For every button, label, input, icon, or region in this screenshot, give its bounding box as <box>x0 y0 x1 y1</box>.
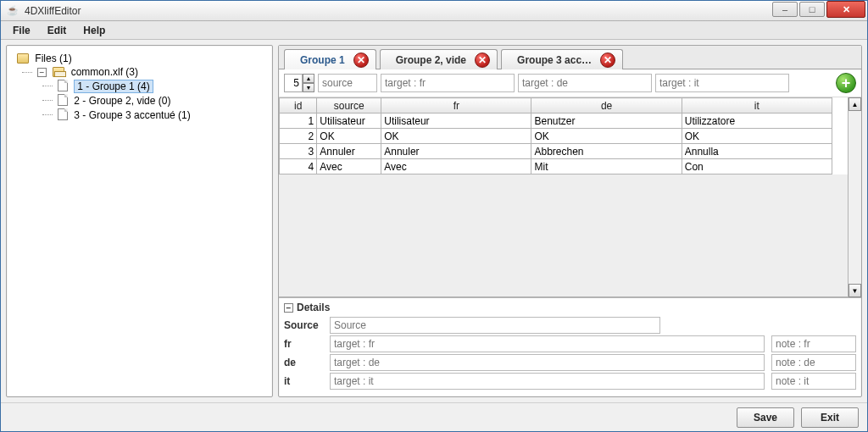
details-target-de-input[interactable] <box>330 354 765 371</box>
cell-id[interactable]: 2 <box>280 129 317 144</box>
exit-button[interactable]: Exit <box>801 407 859 428</box>
file-icon <box>58 80 68 91</box>
tree-panel: Files (1) − common.xlf (3) 1 - Groupe 1 … <box>6 45 273 397</box>
translation-table[interactable]: id source fr de it 1UtilisateurUtilisate… <box>279 97 832 174</box>
content-area: Files (1) − common.xlf (3) 1 - Groupe 1 … <box>1 40 867 402</box>
cell-de[interactable]: OK <box>531 129 682 144</box>
tab-close-icon[interactable]: ✕ <box>353 53 369 68</box>
spinner-up-icon[interactable]: ▲ <box>303 74 314 83</box>
tab-close-icon[interactable]: ✕ <box>475 53 490 68</box>
titlebar: ☕ 4DXliffEditor – □ ✕ <box>1 1 867 21</box>
details-label-it: it <box>284 375 323 387</box>
table-row[interactable]: 4AvecAvecMitCon <box>280 159 832 174</box>
tree-group-2-label: 2 - Groupe 2, vide (0) <box>74 95 170 107</box>
cell-fr[interactable]: Avec <box>381 159 531 174</box>
details-title: Details <box>297 302 330 313</box>
minimize-button[interactable]: – <box>772 2 798 17</box>
tree-group-2[interactable]: 2 - Groupe 2, vide (0) <box>54 94 265 107</box>
cell-de[interactable]: Mit <box>531 159 682 174</box>
tree-file-label: common.xlf (3) <box>71 66 138 78</box>
maximize-button[interactable]: □ <box>799 2 825 17</box>
tree-group-3-label: 3 - Groupe 3 accentué (1) <box>74 109 190 121</box>
cell-id[interactable]: 4 <box>280 159 317 174</box>
cell-source[interactable]: OK <box>317 129 381 144</box>
cell-fr[interactable]: Utilisateur <box>381 114 531 129</box>
cell-source[interactable]: Annuler <box>317 144 381 159</box>
menu-file[interactable]: File <box>6 23 37 38</box>
cell-fr[interactable]: OK <box>381 129 531 144</box>
cell-it[interactable]: Con <box>682 159 832 174</box>
tree-group-3[interactable]: 3 - Groupe 3 accentué (1) <box>54 108 265 121</box>
cell-source[interactable]: Avec <box>317 159 381 174</box>
app-window: ☕ 4DXliffEditor – □ ✕ File Edit Help Fil… <box>0 0 868 432</box>
filter-row: ▲ ▼ + <box>279 69 861 97</box>
cell-it[interactable]: Annulla <box>682 144 832 159</box>
tree-root[interactable]: Files (1) − common.xlf (3) 1 - Groupe 1 … <box>14 53 265 121</box>
tab-close-icon[interactable]: ✕ <box>600 53 615 68</box>
footer: Save Exit <box>1 402 867 431</box>
tree-group-1-label: 1 - Groupe 1 (4) <box>74 80 153 93</box>
details-source-input[interactable] <box>330 317 660 334</box>
col-header-it[interactable]: it <box>682 98 832 114</box>
table-header-row: id source fr de it <box>280 98 832 114</box>
filter-de-input[interactable] <box>518 74 652 92</box>
tree-group-1[interactable]: 1 - Groupe 1 (4) <box>54 80 265 92</box>
details-target-fr-input[interactable] <box>330 335 765 352</box>
details-label-source: Source <box>284 319 323 331</box>
save-button[interactable]: Save <box>737 407 794 428</box>
scroll-up-icon[interactable]: ▲ <box>849 97 861 111</box>
tab-label: Groupe 3 acc… <box>517 54 592 66</box>
details-collapse-toggle[interactable]: − <box>284 303 293 313</box>
filter-source-input[interactable] <box>318 74 377 92</box>
id-spinner[interactable]: ▲ ▼ <box>284 74 314 92</box>
col-header-source[interactable]: source <box>317 98 381 114</box>
col-header-de[interactable]: de <box>531 98 682 114</box>
details-note-it-input[interactable] <box>771 373 856 390</box>
menubar: File Edit Help <box>1 21 867 40</box>
filter-it-input[interactable] <box>655 74 789 92</box>
file-icon <box>58 108 68 120</box>
id-spinner-input[interactable] <box>284 74 303 92</box>
tab-groupe-1[interactable]: Groupe 1 ✕ <box>284 49 376 69</box>
cell-de[interactable]: Benutzer <box>531 114 682 129</box>
tree-root-label: Files (1) <box>35 53 71 64</box>
details-target-it-input[interactable] <box>330 373 765 390</box>
expand-toggle[interactable]: − <box>37 68 47 77</box>
col-header-id[interactable]: id <box>280 98 317 114</box>
vertical-scrollbar[interactable]: ▲ ▼ <box>848 97 861 297</box>
editor-panel: Groupe 1 ✕ Groupe 2, vide ✕ Groupe 3 acc… <box>278 45 862 397</box>
cell-fr[interactable]: Annuler <box>381 144 531 159</box>
table-row[interactable]: 3AnnulerAnnulerAbbrechenAnnulla <box>280 144 832 159</box>
folder-icon <box>17 53 29 64</box>
cell-id[interactable]: 3 <box>280 144 317 159</box>
details-panel: − Details Source fr de <box>279 297 861 396</box>
details-label-fr: fr <box>284 338 323 350</box>
cell-it[interactable]: OK <box>682 129 832 144</box>
spinner-down-icon[interactable]: ▼ <box>303 83 314 92</box>
menu-edit[interactable]: Edit <box>41 23 74 38</box>
file-icon <box>58 94 68 106</box>
add-row-button[interactable]: + <box>836 73 856 93</box>
tab-groupe-3[interactable]: Groupe 3 acc… ✕ <box>501 49 623 69</box>
cell-it[interactable]: Utilizzatore <box>682 114 832 129</box>
cell-id[interactable]: 1 <box>280 114 317 129</box>
details-label-de: de <box>284 357 323 368</box>
cell-de[interactable]: Abbrechen <box>531 144 682 159</box>
window-controls: – □ ✕ <box>772 1 867 19</box>
grid-empty-area <box>279 174 848 297</box>
scroll-down-icon[interactable]: ▼ <box>849 284 861 297</box>
folder-open-icon <box>53 67 64 77</box>
tree-file[interactable]: − common.xlf (3) 1 - Groupe 1 (4) <box>34 66 265 121</box>
menu-help[interactable]: Help <box>76 23 112 38</box>
scroll-track[interactable] <box>849 111 861 284</box>
filter-fr-input[interactable] <box>381 74 515 92</box>
col-header-fr[interactable]: fr <box>381 98 531 114</box>
window-close-button[interactable]: ✕ <box>826 1 865 18</box>
details-note-de-input[interactable] <box>771 354 856 371</box>
details-note-fr-input[interactable] <box>771 335 856 352</box>
table-row[interactable]: 2OKOKOKOK <box>280 129 832 144</box>
tab-groupe-2[interactable]: Groupe 2, vide ✕ <box>380 49 498 69</box>
cell-source[interactable]: Utilisateur <box>317 114 381 129</box>
tab-label: Groupe 1 <box>300 54 345 66</box>
table-row[interactable]: 1UtilisateurUtilisateurBenutzerUtilizzat… <box>280 114 832 129</box>
